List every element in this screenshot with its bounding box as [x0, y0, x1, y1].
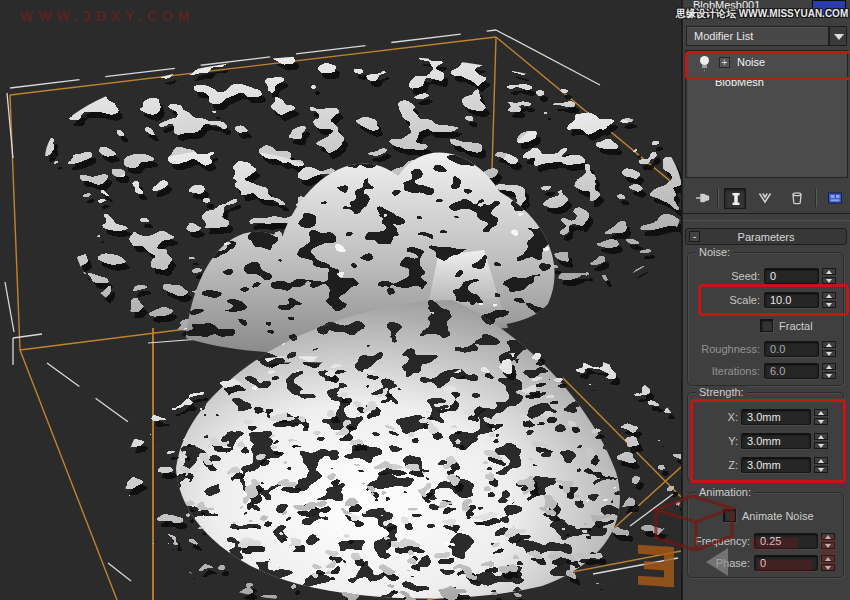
iterations-value: 6.0 — [770, 365, 785, 377]
roughness-spinner[interactable] — [822, 341, 836, 357]
toolbar-separator — [717, 189, 719, 207]
roughness-label: Roughness: — [692, 343, 760, 355]
strength-group-title: Strength: — [696, 386, 747, 398]
stack-item-label: Noise — [737, 56, 765, 68]
rollout-title: Parameters — [738, 231, 795, 243]
frequency-label: Frequency: — [688, 535, 750, 547]
scale-spinner[interactable] — [822, 292, 836, 308]
configure-modifier-sets-icon[interactable] — [825, 188, 845, 209]
iterations-spinner[interactable] — [822, 363, 836, 379]
scale-label: Scale: — [698, 294, 760, 306]
strength-y-value: 3.0mm — [747, 435, 781, 447]
strength-y-spinner[interactable] — [814, 433, 828, 449]
parameters-rollout-header[interactable]: - Parameters — [685, 228, 847, 245]
command-panel: BlobMesh001 Modifier List + Noise BlobMe… — [683, 0, 850, 600]
toolbar-separator — [815, 189, 817, 207]
remove-modifier-icon[interactable] — [787, 188, 807, 209]
roughness-field[interactable]: 0.0 — [764, 341, 819, 357]
iterations-field[interactable]: 6.0 — [764, 363, 819, 379]
fractal-label: Fractal — [779, 320, 813, 332]
strength-z-label: Z: — [698, 459, 738, 471]
watermark-missyuan: 思缘设计论坛 WWW.MISSYUAN.COM — [676, 7, 850, 21]
viewport-canvas — [0, 0, 681, 600]
phase-field[interactable]: 0 — [754, 555, 818, 571]
scale-field[interactable]: 10.0 — [764, 292, 819, 308]
watermark-3dxy: WWW.3DXY.COM — [20, 8, 194, 24]
seed-spinner[interactable] — [822, 268, 836, 284]
stack-toolbar — [683, 185, 850, 213]
strength-x-field[interactable]: 3.0mm — [741, 409, 811, 425]
scale-value: 10.0 — [770, 294, 791, 306]
strength-y-field[interactable]: 3.0mm — [741, 433, 811, 449]
phase-spinner[interactable] — [821, 555, 835, 571]
noise-group: Noise: Seed: 0 Scale: 10.0 Fractal Rough… — [687, 252, 844, 386]
stack-item-blobmesh[interactable]: BlobMesh — [687, 74, 846, 92]
panel-divider-highlight — [683, 220, 850, 221]
3dsmax-window: WWW.3DXY.COM BlobMesh001 Modifier List +… — [0, 0, 850, 600]
roughness-value: 0.0 — [770, 343, 785, 355]
frequency-value: 0.25 — [760, 535, 781, 547]
fractal-checkbox[interactable] — [760, 319, 773, 332]
chevron-down-icon — [834, 34, 844, 40]
animate-noise-checkbox[interactable] — [723, 509, 736, 522]
make-unique-icon[interactable] — [755, 188, 775, 209]
strength-z-spinner[interactable] — [814, 457, 828, 473]
collapse-icon[interactable]: - — [689, 231, 700, 242]
strength-z-field[interactable]: 3.0mm — [741, 457, 811, 473]
strength-x-label: X: — [698, 411, 738, 423]
pin-stack-icon[interactable] — [693, 188, 713, 209]
modifier-list-label: Modifier List — [694, 30, 753, 42]
strength-x-spinner[interactable] — [814, 409, 828, 425]
animate-noise-label: Animate Noise — [742, 510, 814, 522]
strength-z-value: 3.0mm — [747, 459, 781, 471]
modifier-stack: + Noise BlobMesh — [685, 50, 848, 178]
expand-icon[interactable]: + — [719, 57, 730, 68]
noise-group-title: Noise: — [696, 246, 733, 258]
panel-divider — [683, 213, 850, 214]
strength-y-label: Y: — [698, 435, 738, 447]
animation-group-title: Animation: — [696, 486, 754, 498]
seed-label: Seed: — [698, 270, 760, 282]
phase-value: 0 — [760, 557, 766, 569]
lightbulb-icon[interactable] — [700, 56, 709, 65]
show-end-result-icon[interactable] — [724, 188, 746, 209]
stack-item-noise[interactable]: + Noise — [687, 54, 846, 72]
seed-value: 0 — [770, 270, 776, 282]
seed-field[interactable]: 0 — [764, 268, 819, 284]
animation-group: Animation: Animate Noise Frequency: 0.25… — [687, 492, 844, 578]
strength-x-value: 3.0mm — [747, 411, 781, 423]
perspective-viewport[interactable]: WWW.3DXY.COM — [0, 0, 681, 600]
modifier-list-dropdown[interactable]: Modifier List — [686, 26, 829, 46]
modifier-list-dropdown-button[interactable] — [829, 26, 847, 46]
frequency-spinner[interactable] — [821, 533, 835, 549]
stack-item-label: BlobMesh — [715, 76, 764, 88]
phase-label: Phase: — [688, 557, 750, 569]
iterations-label: Iterations: — [692, 365, 760, 377]
strength-group: Strength: X: 3.0mm Y: 3.0mm Z: 3.0mm — [687, 392, 844, 482]
frequency-field[interactable]: 0.25 — [754, 533, 818, 549]
